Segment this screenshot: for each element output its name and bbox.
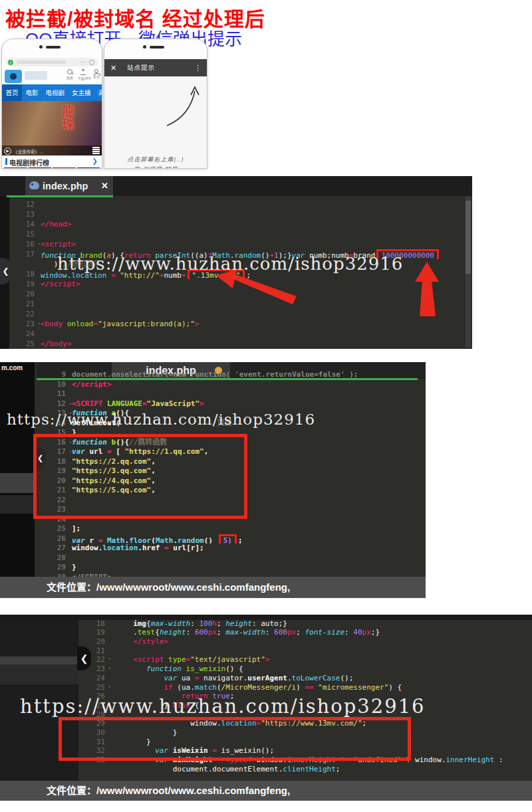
wechat-titlebar: ✕ 站点提示 ⋮ [104, 59, 207, 76]
camera-dot [39, 45, 43, 49]
refresh-icon[interactable] [89, 60, 94, 65]
red-arrow-to-domain [211, 267, 299, 306]
code-row: 26var r = Math.floor(Math.random() 5); [35, 534, 423, 544]
code-row: 12▾<SCRIPT LANGUAGE="JavaScript"> [35, 399, 423, 409]
cropped-text-fragment: m.com [1, 364, 23, 371]
code-row: 11 [35, 389, 423, 399]
code-row: 24 var ua = navigator.userAgent.toLowerC… [78, 674, 532, 683]
download-app-shortcut[interactable]: 下载APP [76, 69, 90, 81]
tab-bar: index.php ✕ [0, 176, 472, 196]
url-placeholder [17, 60, 66, 64]
search-shortcut[interactable]: 搜索 [63, 69, 76, 80]
scrollbar[interactable] [466, 197, 471, 348]
site-nav: 首页 电影 电视剧 女主播 海外影 [2, 84, 102, 101]
ranking-title: 电视剧排行榜 [9, 157, 49, 167]
watermark-text: https://www.huzhan.com/ishop32916 [7, 411, 315, 428]
search-icon [67, 69, 72, 74]
watermark-text: https://www.huzhan.com/ishop32916 [20, 695, 426, 718]
prompt-body: 点击屏幕右上角[..] 用 浏览器 打开 发送给朋友 分享到朋友圈 收藏 [104, 76, 207, 168]
file-location-bar: 文件位置：/www/wwwroot/www.ceshi.comfangfeng, [0, 577, 426, 598]
qr-code [92, 147, 100, 154]
code-row: 20 </style> [78, 637, 532, 647]
drama-banner[interactable]: 龍珠 ▶ 《龙珠传奇》… [2, 101, 102, 155]
tab-close-icon[interactable]: ✕ [101, 176, 108, 196]
panel-row [0, 495, 35, 514]
ranking-row[interactable]: 电视剧排行榜 ❯ [2, 155, 102, 167]
banner-caption-strip: ▶ 《龙珠传奇》… [2, 146, 102, 155]
active-tab-underline [37, 378, 418, 380]
panel-row [0, 657, 78, 664]
titlebar-label: 站点提示 [127, 59, 155, 76]
panel-row [0, 473, 35, 493]
red-arrow-to-number [400, 260, 456, 318]
code-row: 25]; [35, 524, 423, 534]
secure-badge-icon: ✓ [8, 60, 13, 65]
code-row: 25▾ if (ua.match(/MicroMessenger/i) == "… [78, 683, 532, 692]
nav-item-tv[interactable]: 电视剧 [42, 84, 68, 101]
panel-row [0, 664, 78, 684]
close-icon[interactable]: ✕ [110, 59, 116, 76]
phone-qq-browser: ✓ — 搜索 下载APP 会员 首页 电影 电视剧 女主播 海外影 龍珠 [1, 39, 102, 169]
active-tab-underline [7, 195, 113, 197]
member-shortcut[interactable]: 会员 [90, 69, 102, 79]
open-in-browser-tip: 点击屏幕右上角[..] 用 浏览器 打开 [104, 155, 207, 169]
php-file-icon [29, 181, 39, 189]
red-highlight-box-urls [33, 434, 247, 519]
code-row: 22 [9, 309, 464, 319]
logo-placeholder [25, 71, 47, 80]
nav-item-overseas[interactable]: 海外影 [94, 84, 102, 101]
code-row: 21 [78, 647, 532, 656]
nav-item-home[interactable]: 首页 [2, 84, 22, 101]
phone-wechat-prompt: ✕ 站点提示 ⋮ 点击屏幕右上角[..] 用 浏览器 打开 发送给朋友 分享到朋 [104, 39, 207, 169]
nav-item-movies[interactable]: 电影 [22, 84, 42, 101]
code-row: 23▾<body onload="javascript:brand(a);"> [9, 319, 464, 329]
code-row: 22▾ <script type="text/javascript"> [78, 655, 532, 664]
code-row: 16▾<script> [9, 239, 464, 249]
chevron-right-icon: ❯ [92, 157, 98, 165]
code-row: 25</body> [9, 339, 464, 349]
code-row: 13 [9, 209, 464, 219]
download-icon [80, 69, 86, 75]
code-row: 29} [35, 563, 423, 573]
code-row: 12 [9, 199, 464, 209]
code-row: 23▾ function is_weixin() { [78, 664, 532, 674]
speaker-slot [46, 46, 61, 49]
code-row: 15 [9, 229, 464, 239]
banner-caption: 《龙珠传奇》… [13, 148, 44, 155]
nav-item-anchor[interactable]: 女主播 [68, 84, 95, 101]
code-row: 18 img{max-width: 100%; height: auto;} [78, 619, 532, 629]
page: 被拦截/被封域名 经过处理后 QQ直接打开 微信弹出提示 ✓ — 搜索 下载AP… [0, 0, 532, 812]
sidebar-collapse-handle[interactable]: ❮ [0, 258, 11, 284]
left-panel [0, 362, 35, 598]
code-row: 24 [9, 329, 464, 339]
tab-index-php[interactable]: index.php ✕ [25, 176, 113, 196]
sidebar-collapse-handle[interactable]: ❮ [77, 647, 91, 670]
play-icon[interactable]: ▶ [4, 148, 11, 155]
code-row: document.documentElement.clientHeight; [78, 765, 532, 774]
ranking-accent-bar [5, 158, 7, 165]
code-row: 14</head> [9, 219, 464, 229]
poster-thumbnails [2, 167, 102, 169]
code-row: 19 .test{height: 600px; max-width: 600px… [78, 628, 532, 637]
banner-title: 龍珠 [58, 105, 76, 130]
user-icon [94, 69, 98, 73]
more-icon[interactable]: ⋮ [194, 59, 201, 76]
file-location-bar: 文件位置：/www/wwwroot/www.ceshi.comfangfeng, [0, 781, 532, 801]
red-highlight-box-redirect [59, 717, 411, 761]
cropped-top-edge [0, 615, 532, 620]
minimize-icon: — [80, 58, 86, 64]
code-row: 27window.location.href = url[r]; [35, 544, 423, 554]
address-bar[interactable]: ✓ — [6, 58, 98, 66]
code-row: 10</script> [35, 380, 423, 390]
code-row: 28 [35, 554, 423, 563]
curved-arrow [163, 84, 203, 128]
site-logo[interactable] [5, 70, 22, 83]
camera-dot [143, 45, 146, 49]
speaker-slot [150, 46, 164, 49]
